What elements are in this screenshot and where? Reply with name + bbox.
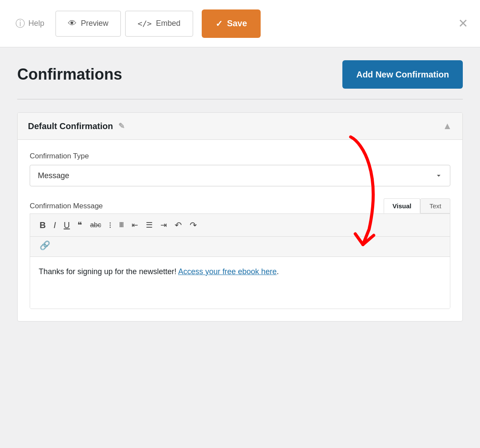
preview-icon: 👁 [68, 19, 77, 28]
bold-button[interactable]: B [36, 218, 49, 232]
blockquote-button[interactable]: ❝ [74, 218, 86, 232]
checkmark-icon: ✓ [215, 19, 223, 29]
tab-visual[interactable]: Visual [384, 198, 421, 213]
undo-button[interactable]: ↶ [171, 218, 185, 232]
close-icon: ✕ [458, 17, 468, 30]
message-section-header: Confirmation Message Visual Text [30, 198, 450, 213]
underline-button[interactable]: U [60, 218, 73, 232]
edit-title-icon[interactable]: ✎ [118, 121, 125, 131]
strikethrough-button[interactable]: abc [86, 219, 105, 231]
link-button[interactable]: 🔗 [36, 238, 54, 252]
page-header: Confirmations Add New Confirmation [17, 60, 463, 89]
main-content: Confirmations Add New Confirmation Defau… [0, 47, 480, 334]
message-text: Thanks for signing up for the newsletter… [39, 267, 178, 276]
close-button[interactable]: ✕ [455, 13, 471, 34]
preview-label: Preview [81, 19, 108, 28]
save-button[interactable]: ✓ Save [202, 9, 261, 38]
redo-button[interactable]: ↷ [186, 218, 200, 232]
help-icon: ⓘ [15, 17, 25, 30]
add-new-confirmation-button[interactable]: Add New Confirmation [342, 60, 463, 89]
confirmation-message-label: Confirmation Message [30, 202, 103, 210]
confirmation-message-field: Confirmation Message Visual Text B I U ❝ [30, 198, 450, 309]
confirmation-title-text: Default Confirmation [28, 121, 113, 131]
help-button[interactable]: ⓘ Help [9, 14, 51, 34]
main-toolbar: ⓘ Help 👁 Preview </> Embed ✓ Save ✕ [0, 0, 480, 47]
embed-icon: </> [138, 19, 152, 28]
confirmation-card-title: Default Confirmation ✎ [28, 121, 125, 131]
help-label: Help [28, 19, 44, 28]
confirmation-card: Default Confirmation ✎ ▲ Confirmation Ty… [17, 112, 463, 321]
section-divider [17, 99, 463, 99]
confirmation-type-select[interactable]: Message Page Redirect URL [30, 165, 450, 186]
editor-tabs: Visual Text [384, 198, 450, 213]
ordered-list-button[interactable]: Ⅲ [116, 219, 127, 231]
tab-text[interactable]: Text [420, 198, 450, 213]
editor-toolbar: B I U ❝ abc ⁝ Ⅲ ⇤ ☰ ⇥ ↶ ↷ [30, 214, 450, 237]
embed-label: Embed [156, 19, 181, 28]
message-link[interactable]: Access your free ebook here [178, 267, 277, 276]
unordered-list-button[interactable]: ⁝ [105, 218, 115, 232]
page-title: Confirmations [17, 65, 122, 83]
collapse-icon-symbol: ▲ [443, 120, 452, 131]
confirmation-card-body: Confirmation Type Message Page Redirect … [18, 140, 462, 321]
preview-button[interactable]: 👁 Preview [55, 11, 121, 37]
confirmation-type-field: Confirmation Type Message Page Redirect … [30, 152, 450, 198]
collapse-button[interactable]: ▲ [443, 120, 452, 132]
align-right-button[interactable]: ⇥ [157, 219, 170, 232]
confirmation-section: Default Confirmation ✎ ▲ Confirmation Ty… [17, 112, 463, 321]
align-center-button[interactable]: ☰ [142, 219, 156, 232]
message-suffix: . [277, 267, 279, 276]
save-label: Save [227, 19, 247, 28]
align-left-button[interactable]: ⇤ [128, 219, 142, 232]
editor-content-area[interactable]: Thanks for signing up for the newsletter… [30, 257, 450, 309]
confirmation-type-label: Confirmation Type [30, 152, 450, 161]
message-link-text: Access your free ebook here [178, 267, 277, 276]
confirmation-card-header: Default Confirmation ✎ ▲ [18, 113, 462, 140]
rich-text-editor: B I U ❝ abc ⁝ Ⅲ ⇤ ☰ ⇥ ↶ ↷ [30, 213, 450, 309]
italic-button[interactable]: I [50, 218, 59, 232]
embed-button[interactable]: </> Embed [125, 11, 193, 37]
editor-toolbar-row2: 🔗 [30, 237, 450, 257]
